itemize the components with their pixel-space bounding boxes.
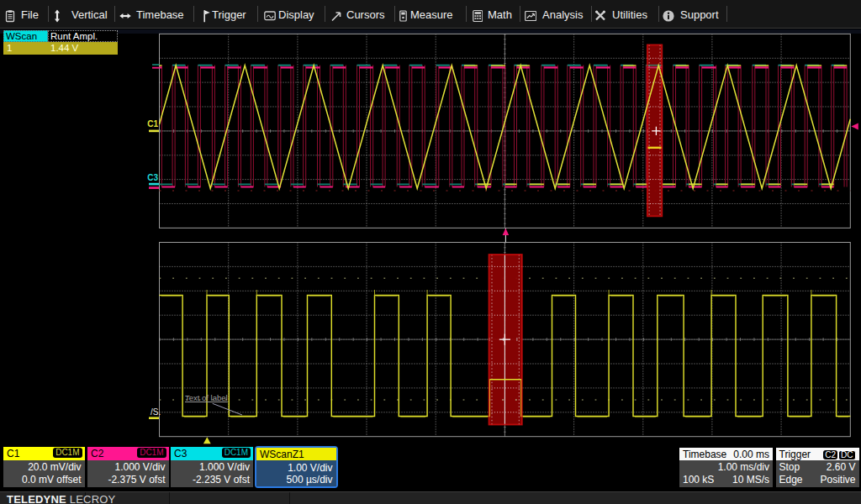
svg-text:Text of label: Text of label	[185, 393, 228, 402]
svg-text:C1: C1	[147, 119, 158, 129]
svg-text:C3: C3	[147, 173, 158, 182]
svg-text:/S.: /S.	[151, 407, 161, 417]
